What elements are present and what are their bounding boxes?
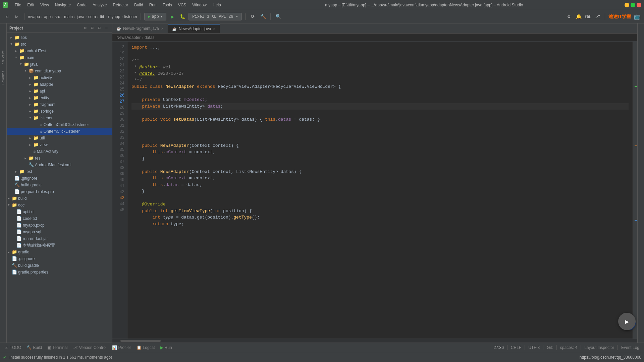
tree-item-listener[interactable]: ▼ 📁 listener [7, 115, 112, 121]
tree-item-codetxt[interactable]: 📄 code.txt [7, 215, 112, 222]
breadcrumb-ttit[interactable]: ttit [100, 14, 104, 19]
tree-item-gradle[interactable]: ▶ 📁 gradle [7, 249, 112, 255]
sync-button[interactable]: ⟳ [249, 13, 257, 21]
menu-vcs[interactable]: VCS [175, 2, 189, 8]
bilibili-icon[interactable]: 📺 [633, 13, 641, 21]
profiler-panel[interactable]: 📊 Profiler [110, 343, 133, 352]
tree-item-adapter[interactable]: ▶ 📁 adapter [7, 81, 112, 88]
tree-item-onitemclick[interactable]: ☕ OnItemClickListener [7, 128, 112, 135]
notifications-icon[interactable]: 🔔 [575, 13, 583, 21]
breadcrumb-datas[interactable]: datas [145, 35, 154, 40]
favorites-panel-label[interactable]: Favorites [1, 71, 5, 84]
line-ending[interactable]: CRLF [509, 343, 523, 352]
menu-edit[interactable]: Edit [24, 2, 37, 8]
floating-play-button[interactable]: ▶ [618, 313, 636, 330]
breadcrumb-listener[interactable]: listener [124, 14, 137, 19]
version-control-panel[interactable]: ⎇ Version Control [71, 343, 109, 352]
debug-button[interactable]: 🐛 [178, 13, 186, 21]
breadcrumb-myapp2[interactable]: myapp [108, 14, 120, 19]
tree-item-java[interactable]: ▼ 📁 java [7, 61, 112, 68]
maximize-button[interactable] [631, 3, 635, 7]
tree-item-activity[interactable]: ▶ 📁 activity [7, 74, 112, 81]
breadcrumb-com[interactable]: com [88, 14, 96, 19]
tree-item-fragment[interactable]: ▶ 📁 fragment [7, 101, 112, 108]
tree-item-mainactivity[interactable]: ☕ MainActivity [7, 148, 112, 155]
menu-code[interactable]: Code [74, 2, 89, 8]
tree-item-onitemchildclick[interactable]: ☕ OnItemChildClickListener [7, 121, 112, 128]
breadcrumb-app[interactable]: app [44, 14, 51, 19]
settings-icon[interactable]: ⚙ [565, 13, 573, 21]
code-content[interactable]: import ...; /** * @author: wei * @date: … [127, 42, 633, 339]
build-panel[interactable]: 🔨 Build [24, 343, 44, 352]
tree-item-apitxt[interactable]: 📄 api.txt [7, 208, 112, 215]
menu-navigate[interactable]: Navigate [52, 2, 73, 8]
git-branch[interactable]: Git: [545, 343, 555, 352]
menu-help[interactable]: Help [210, 2, 224, 8]
breadcrumb-newsadapter[interactable]: NewsAdapter [116, 35, 141, 40]
tree-item-gitignore2[interactable]: 📄 .gitignore [7, 255, 112, 262]
menu-build[interactable]: Build [131, 2, 146, 8]
tree-item-build[interactable]: ▶ 📁 build [7, 195, 112, 202]
spaces-setting[interactable]: spaces: 4 [558, 343, 579, 352]
tree-item-api[interactable]: ▶ 📁 api [7, 88, 112, 95]
menu-run[interactable]: Run [147, 2, 159, 8]
tree-item-myappsql[interactable]: 📄 myapp.sql [7, 229, 112, 235]
hammer-button[interactable]: 🔨 [259, 13, 267, 21]
menu-tools[interactable]: Tools [160, 2, 175, 8]
menu-view[interactable]: View [38, 2, 52, 8]
breadcrumb-myapp[interactable]: myapp [28, 14, 40, 19]
file-tree[interactable]: ▶ 📁 libs ▼ 📁 src ▶ 📁 androidTest ▼ [7, 33, 112, 343]
tab-newsfragment[interactable]: ☕ NewsFragment.java ✕ [112, 24, 168, 33]
tree-item-main[interactable]: ▼ 📁 main [7, 54, 112, 61]
sidebar-minimize-icon[interactable]: — [103, 25, 109, 31]
back-button[interactable]: ◁ [3, 13, 11, 21]
tree-item-androidtest[interactable]: ▶ 📁 androidTest [7, 48, 112, 54]
tree-item-renrenjar[interactable]: 📄 renren-fast.jar [7, 235, 112, 242]
forward-button[interactable]: ▷ [13, 13, 21, 21]
structure-panel-label[interactable]: Structure [1, 50, 5, 64]
tree-item-gradleprops[interactable]: 📄 gradle.properties [7, 269, 112, 276]
close-button[interactable] [637, 3, 641, 7]
breadcrumb-java[interactable]: java [77, 14, 84, 19]
tree-item-jsbridge[interactable]: ▶ 📁 jsbridge [7, 108, 112, 115]
event-log[interactable]: Event Log [619, 343, 641, 352]
run-button[interactable]: ▶ [168, 13, 176, 21]
tree-item-gitignore1[interactable]: 📄 .gitignore [7, 175, 112, 182]
todo-panel[interactable]: ☑ TODO [3, 343, 23, 352]
horizontal-scrollbar[interactable] [112, 339, 637, 343]
minimize-button[interactable] [625, 3, 629, 7]
sidebar-gear-icon[interactable]: ⚙ [82, 25, 88, 31]
encoding[interactable]: UTF-8 [526, 343, 542, 352]
tree-item-doc[interactable]: ▼ 📁 doc [7, 202, 112, 208]
tree-item-libs[interactable]: ▶ 📁 libs [7, 34, 112, 41]
tree-item-src[interactable]: ▼ 📁 src [7, 41, 112, 48]
terminal-panel[interactable]: ▣ Terminal [45, 343, 69, 352]
scrollbar-thumb[interactable] [120, 340, 161, 342]
menu-analyze[interactable]: Analyze [90, 2, 110, 8]
tree-item-buildgradle2[interactable]: 🔨 build.gradle [7, 262, 112, 269]
tree-item-res[interactable]: ▶ 📁 res [7, 155, 112, 162]
breadcrumb-main[interactable]: main [64, 14, 73, 19]
menu-window[interactable]: Window [190, 2, 209, 8]
run-config-selector[interactable]: ▶ app ▾ [144, 13, 166, 20]
tree-item-localconfig[interactable]: 📄 本地后端服务配置 [7, 242, 112, 249]
logcat-panel[interactable]: 📋 Logcat [135, 343, 157, 352]
device-selector[interactable]: Pixel 3 XL API 29 ▾ [189, 13, 242, 20]
sidebar-collapse-icon[interactable]: ⊟ [96, 25, 102, 31]
tab-newsadapter[interactable]: ☕ NewsAdapter.java ✕ [168, 24, 220, 33]
tree-item-manifest[interactable]: 🔧 AndroidManifest.xml [7, 162, 112, 168]
tree-item-proguard[interactable]: 📄 proguard-rules.pro [7, 188, 112, 195]
tab-close-icon[interactable]: ✕ [213, 27, 216, 31]
tab-close-icon[interactable]: ✕ [161, 27, 164, 31]
menu-file[interactable]: File [12, 2, 24, 8]
tree-item-buildgradle1[interactable]: 🔨 build.gradle [7, 182, 112, 188]
run-panel[interactable]: ▶ Run [158, 343, 174, 352]
search-button[interactable]: 🔍 [274, 13, 282, 21]
git-icon[interactable]: ⎇ [593, 13, 601, 21]
menu-refactor[interactable]: Refactor [110, 2, 131, 8]
tree-item-entity[interactable]: ▶ 📁 entity [7, 95, 112, 101]
tree-item-util[interactable]: ▶ 📁 util [7, 135, 112, 141]
tree-item-test[interactable]: ▶ 📁 test [7, 168, 112, 175]
tree-item-com-ttit-myapp[interactable]: ▼ 📦 com.ttit.myapp [7, 68, 112, 74]
tree-item-myapppxcp[interactable]: 📄 myapp.pxcp [7, 222, 112, 229]
